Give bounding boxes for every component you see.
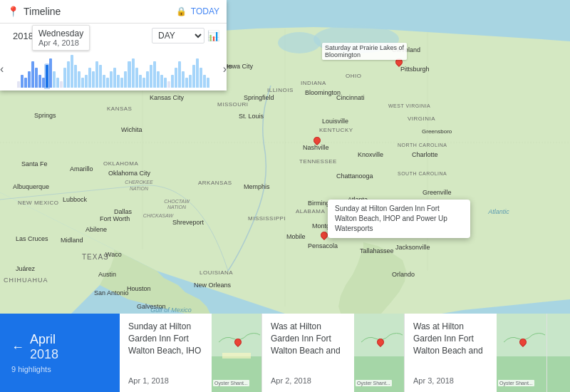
hist-bar-51[interactable] xyxy=(200,68,202,88)
card-4[interactable] xyxy=(547,314,570,392)
hist-bar-46[interactable] xyxy=(182,71,185,88)
map-popup-text: Sunday at Hilton Garden Inn Fort Walton … xyxy=(335,204,463,234)
hist-bar-7[interactable] xyxy=(42,78,45,88)
hist-bar-8[interactable] xyxy=(46,65,48,88)
card-2[interactable]: Was at Hilton Garden Inn Fort Walton Bea… xyxy=(262,314,405,392)
svg-rect-23 xyxy=(547,356,570,392)
hist-bar-42[interactable] xyxy=(167,81,170,88)
hist-bar-3[interactable] xyxy=(28,71,31,88)
hist-bar-17[interactable] xyxy=(78,71,81,88)
hist-bar-50[interactable] xyxy=(196,58,199,88)
hist-bar-13[interactable] xyxy=(63,68,66,88)
day-select-wrapper: DAY WEEK MONTH 📊 xyxy=(152,28,219,43)
lock-icon: 🔒 xyxy=(176,6,187,16)
hist-bar-14[interactable] xyxy=(67,61,70,88)
svg-rect-21 xyxy=(497,356,546,392)
hist-bar-48[interactable] xyxy=(189,75,192,88)
hist-bar-22[interactable] xyxy=(95,61,98,88)
hist-bar-36[interactable] xyxy=(146,71,149,88)
bar-chart-icon[interactable]: 📊 xyxy=(207,30,219,41)
hist-bar-24[interactable] xyxy=(103,75,105,88)
hist-bar-19[interactable] xyxy=(85,75,88,88)
hist-bar-26[interactable] xyxy=(110,71,113,88)
hist-bar-43[interactable] xyxy=(171,75,174,88)
card-1-content: Sunday at Hilton Garden Inn Fort Walton … xyxy=(120,314,212,392)
hist-bar-11[interactable] xyxy=(56,78,59,88)
card-2-oyster-label: Oyster Shant... xyxy=(356,380,392,386)
hist-bar-9[interactable] xyxy=(49,58,52,88)
hist-bar-23[interactable] xyxy=(99,65,102,88)
svg-point-9 xyxy=(278,32,321,53)
card-2-thumb: Oyster Shant... xyxy=(354,314,404,392)
hist-bars xyxy=(17,52,209,88)
svg-text:CHICKASAW: CHICKASAW xyxy=(143,213,175,218)
card-3-title: Was at Hilton Garden Inn Fort Walton Bea… xyxy=(413,321,488,356)
map-label-prairielakes-popup: Saturday at Prairie Lakes ofBloomington xyxy=(322,43,407,60)
hist-bar-25[interactable] xyxy=(106,78,109,88)
svg-rect-17 xyxy=(222,353,251,359)
hist-bar-38[interactable] xyxy=(153,61,156,88)
card-3[interactable]: Was at Hilton Garden Inn Fort Walton Bea… xyxy=(405,314,547,392)
hist-bar-28[interactable] xyxy=(117,75,120,88)
hist-bar-37[interactable] xyxy=(150,65,152,88)
svg-rect-16 xyxy=(212,356,261,392)
hist-nav-left[interactable]: ‹ xyxy=(0,63,4,76)
hist-bar-41[interactable] xyxy=(164,78,167,88)
card-2-title: Was at Hilton Garden Inn Fort Walton Bea… xyxy=(271,321,346,356)
hist-bar-33[interactable] xyxy=(135,68,138,88)
tooltip-day: Wednesday xyxy=(38,29,83,38)
month-nav: ← April 2018 xyxy=(11,332,108,362)
map-popup-pensacola: Sunday at Hilton Garden Inn Fort Walton … xyxy=(328,200,470,238)
hist-bar-15[interactable] xyxy=(71,55,73,88)
hist-bar-27[interactable] xyxy=(113,68,116,88)
month-title: April xyxy=(30,332,56,346)
hist-bar-47[interactable] xyxy=(185,78,188,88)
svg-text:CHEROKEE: CHEROKEE xyxy=(125,180,153,185)
hist-bar-0[interactable] xyxy=(17,81,20,88)
svg-text:CHOCTAW: CHOCTAW xyxy=(164,199,190,204)
hist-bar-18[interactable] xyxy=(81,78,84,88)
hist-bar-2[interactable] xyxy=(24,78,27,88)
hist-bar-44[interactable] xyxy=(175,68,177,88)
hist-bar-53[interactable] xyxy=(207,78,209,88)
view-mode-selector[interactable]: DAY WEEK MONTH xyxy=(152,28,204,43)
hist-bar-1[interactable] xyxy=(21,75,24,88)
card-1-oyster-label: Oyster Shant... xyxy=(213,380,249,386)
hist-bar-20[interactable] xyxy=(88,68,91,88)
hist-bar-12[interactable] xyxy=(60,81,63,88)
card-3-content: Was at Hilton Garden Inn Fort Walton Bea… xyxy=(405,314,497,392)
hist-nav-right[interactable]: › xyxy=(223,63,227,76)
hist-bar-35[interactable] xyxy=(142,78,145,88)
hist-bar-29[interactable] xyxy=(120,78,123,88)
highlights-count: 9 highlights xyxy=(11,365,108,373)
hist-bar-31[interactable] xyxy=(128,61,130,88)
hist-bar-30[interactable] xyxy=(124,71,127,88)
hist-bar-16[interactable] xyxy=(74,65,77,88)
hist-bar-39[interactable] xyxy=(157,71,160,88)
hist-bar-4[interactable] xyxy=(31,61,34,88)
tooltip-date: Apr 4, 2018 xyxy=(38,38,83,47)
bottom-panel: ← April 2018 9 highlights Sunday at Hilt… xyxy=(0,314,570,392)
hist-bar-52[interactable] xyxy=(203,75,206,88)
hist-bar-34[interactable] xyxy=(139,75,142,88)
card-1[interactable]: Sunday at Hilton Garden Inn Fort Walton … xyxy=(120,314,262,392)
svg-text:NATION: NATION xyxy=(130,186,149,191)
hist-bar-40[interactable] xyxy=(160,75,163,88)
svg-text:Atlantic: Atlantic xyxy=(487,208,509,215)
hist-bar-10[interactable] xyxy=(53,71,56,88)
month-year: 2018 xyxy=(30,347,58,362)
hist-bar-21[interactable] xyxy=(92,71,95,88)
hist-bar-32[interactable] xyxy=(132,58,135,88)
hist-bar-49[interactable] xyxy=(192,65,195,88)
map-container[interactable]: Gulf of Mexico Atlantic CHEROKEE NATION … xyxy=(0,0,570,328)
timeline-location-icon: 📍 xyxy=(7,6,19,17)
card-1-title: Sunday at Hilton Garden Inn Fort Walton … xyxy=(128,321,203,356)
timeline-controls: 2018 Wednesday Apr 4, 2018 DAY WEEK MONT… xyxy=(0,24,227,48)
today-button[interactable]: TODAY xyxy=(191,6,219,16)
hist-bar-45[interactable] xyxy=(178,61,181,88)
month-nav-left[interactable]: ← xyxy=(11,340,24,355)
month-sidebar: ← April 2018 9 highlights xyxy=(0,314,120,392)
hist-bar-6[interactable] xyxy=(38,75,41,88)
hist-bar-5[interactable] xyxy=(35,68,38,88)
card-4-thumb xyxy=(547,314,570,392)
